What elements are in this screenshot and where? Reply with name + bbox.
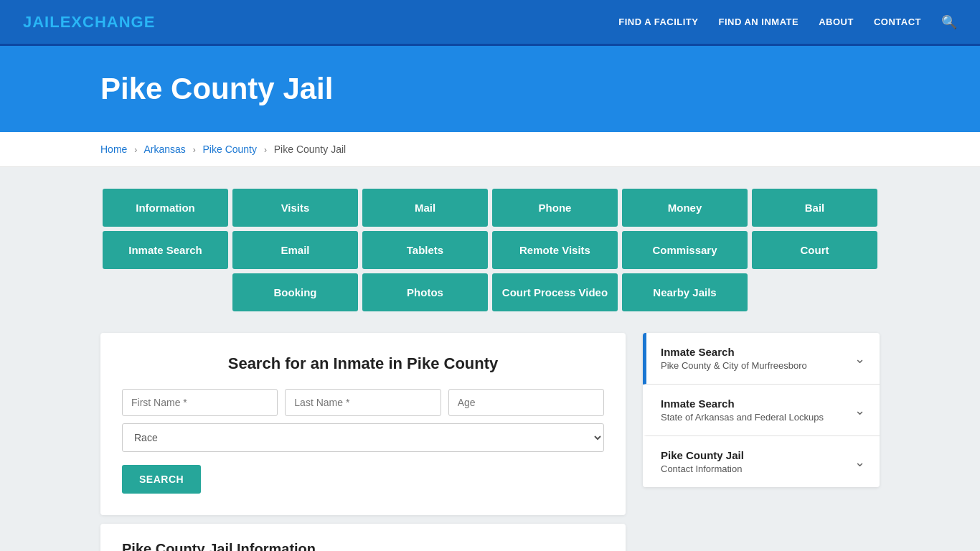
chevron-down-icon-1: ⌄ [854,351,865,367]
main-area: Information Visits Mail Phone Money Bail… [0,167,980,551]
logo-jail: JAIL [23,13,60,31]
breadcrumb-pike-county[interactable]: Pike County [203,143,257,155]
page-title: Pike County Jail [100,72,880,106]
breadcrumb-sep-3: › [264,145,267,155]
btn-court[interactable]: Court [752,231,877,269]
sidebar-item-3[interactable]: Pike County Jail Contact Information ⌄ [643,436,880,487]
info-heading: Pike County Jail Information [122,541,604,551]
category-grid: Information Visits Mail Phone Money Bail… [100,189,880,311]
nav-contact[interactable]: CONTACT [874,17,921,27]
sidebar-item-subtitle-2: State of Arkansas and Federal Lockups [661,412,824,423]
logo-exchange: EXCHANGE [60,13,156,31]
last-name-input[interactable] [285,389,440,416]
btn-remote-visits[interactable]: Remote Visits [492,231,618,269]
sidebar-item-text-2: Inmate Search State of Arkansas and Fede… [661,397,824,423]
btn-email[interactable]: Email [232,231,358,269]
search-heading: Search for an Inmate in Pike County [122,354,604,373]
hero-section: Pike County Jail [0,46,980,132]
btn-bail[interactable]: Bail [752,189,877,227]
sidebar: Inmate Search Pike County & City of Murf… [643,333,880,487]
chevron-down-icon-2: ⌄ [854,402,865,418]
search-icon[interactable]: 🔍 [941,14,957,30]
btn-information[interactable]: Information [103,189,228,227]
left-content: Search for an Inmate in Pike County Race… [100,333,626,551]
age-input[interactable] [448,389,604,416]
nav-links: FIND A FACILITY FIND AN INMATE ABOUT CON… [618,14,957,30]
btn-inmate-search[interactable]: Inmate Search [103,231,228,269]
site-logo[interactable]: JAILEXCHANGE [23,13,155,32]
nav-find-inmate[interactable]: FIND AN INMATE [718,17,798,27]
btn-photos[interactable]: Photos [362,273,488,311]
breadcrumb-current: Pike County Jail [274,143,346,155]
btn-booking[interactable]: Booking [232,273,358,311]
breadcrumb: Home › Arkansas › Pike County › Pike Cou… [0,132,980,167]
breadcrumb-sep-2: › [193,145,196,155]
btn-commissary[interactable]: Commissary [622,231,748,269]
sidebar-item-subtitle-3: Contact Information [661,463,744,474]
sidebar-item-title-3: Pike County Jail [661,449,744,461]
sidebar-item-text-3: Pike County Jail Contact Information [661,449,744,474]
search-panel: Search for an Inmate in Pike County Race… [100,333,626,515]
content-wrapper: Search for an Inmate in Pike County Race… [100,333,880,551]
sidebar-item-2[interactable]: Inmate Search State of Arkansas and Fede… [643,385,880,436]
breadcrumb-home[interactable]: Home [100,143,127,155]
search-button[interactable]: SEARCH [122,465,201,494]
btn-mail[interactable]: Mail [362,189,488,227]
sidebar-item-subtitle-1: Pike County & City of Murfreesboro [661,360,807,371]
chevron-down-icon-3: ⌄ [854,454,865,470]
navbar: JAILEXCHANGE FIND A FACILITY FIND AN INM… [0,0,980,46]
btn-phone[interactable]: Phone [492,189,618,227]
nav-about[interactable]: ABOUT [819,17,854,27]
btn-court-process-video[interactable]: Court Process Video [492,273,618,311]
sidebar-item-title-1: Inmate Search [661,346,807,358]
info-section: Pike County Jail Information [100,524,626,551]
first-name-input[interactable] [122,389,278,416]
btn-money[interactable]: Money [622,189,748,227]
breadcrumb-sep-1: › [134,145,137,155]
btn-nearby-jails[interactable]: Nearby Jails [622,273,748,311]
search-form: Race White Black Hispanic Asian Other [122,389,604,452]
sidebar-item-text-1: Inmate Search Pike County & City of Murf… [661,346,807,371]
sidebar-item-title-2: Inmate Search [661,397,824,410]
btn-tablets[interactable]: Tablets [362,231,488,269]
breadcrumb-arkansas[interactable]: Arkansas [143,143,185,155]
race-select[interactable]: Race White Black Hispanic Asian Other [122,423,604,452]
nav-find-facility[interactable]: FIND A FACILITY [618,17,698,27]
btn-visits[interactable]: Visits [232,189,358,227]
sidebar-item-1[interactable]: Inmate Search Pike County & City of Murf… [643,333,880,385]
